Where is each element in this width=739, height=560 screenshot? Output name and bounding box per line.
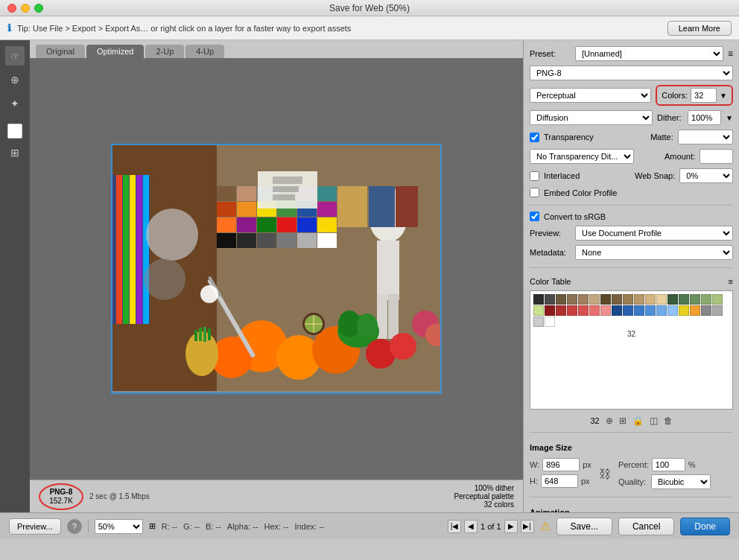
color-swatch[interactable] <box>600 305 611 316</box>
save-button[interactable]: Save... <box>556 518 612 535</box>
page-prev[interactable]: ◀ <box>464 520 478 533</box>
svg-rect-6 <box>136 175 142 324</box>
transp-dither-select[interactable]: No Transparency Dit... <box>530 149 634 164</box>
color-swatch[interactable] <box>645 305 656 316</box>
color-swatch[interactable] <box>589 294 600 305</box>
preview-button[interactable]: Preview... <box>9 518 61 535</box>
page-first[interactable]: |◀ <box>448 520 461 533</box>
preset-select[interactable]: [Unnamed] <box>575 46 723 61</box>
color-swatch[interactable] <box>545 305 555 316</box>
color-swatch[interactable] <box>623 305 633 316</box>
color-swatch[interactable] <box>567 305 577 316</box>
amount-input[interactable] <box>700 149 733 164</box>
color-swatch[interactable] <box>690 294 700 305</box>
color-swatch[interactable] <box>712 305 723 316</box>
preset-menu-icon[interactable]: ≡ <box>728 48 733 59</box>
color-swatch[interactable] <box>612 294 622 305</box>
preview-label: Preview: <box>530 229 571 238</box>
tab-optimized[interactable]: Optimized <box>86 45 145 58</box>
divider-1 <box>530 205 733 206</box>
color-swatch[interactable] <box>634 305 644 316</box>
transparency-row: Transparency Matte: <box>530 130 733 144</box>
dither-arrow[interactable]: ▼ <box>726 114 733 122</box>
dither-input[interactable] <box>688 110 721 125</box>
color-swatch[interactable] <box>701 294 711 305</box>
height-input[interactable] <box>541 474 578 488</box>
delete-swatch-icon[interactable]: 🗑 <box>664 416 673 426</box>
height-px: px <box>581 477 590 486</box>
color-swatch[interactable] <box>578 294 589 305</box>
percent-input[interactable] <box>652 458 685 471</box>
lock-swatch-icon[interactable]: 🔒 <box>632 416 644 426</box>
cancel-button[interactable]: Cancel <box>618 518 674 535</box>
metadata-select[interactable]: None <box>575 245 733 260</box>
color-swatch[interactable] <box>690 305 700 316</box>
zoom-tool[interactable]: ⊕ <box>5 70 25 89</box>
color-swatch[interactable] <box>589 305 600 316</box>
page-last[interactable]: ▶| <box>521 520 534 533</box>
zoom-select[interactable]: 50% 25% 100% <box>95 519 143 534</box>
move-tool[interactable]: ☞ <box>5 46 25 66</box>
tab-original[interactable]: Original <box>36 45 85 58</box>
color-swatch[interactable] <box>634 294 644 305</box>
map-swatch-icon[interactable]: ◫ <box>650 416 658 426</box>
page-next[interactable]: ▶ <box>504 520 518 533</box>
embed-color-label: Embed Color Profile <box>544 188 617 197</box>
color-swatch[interactable] <box>656 305 667 316</box>
color-swatch[interactable] <box>545 316 555 327</box>
browser-preview[interactable]: ⊞ <box>5 143 25 162</box>
color-swatch[interactable] <box>656 294 667 305</box>
preview-select[interactable]: Use Document Profile <box>575 226 733 241</box>
done-button[interactable]: Done <box>680 518 730 535</box>
new-swatch-icon[interactable]: ⊕ <box>606 416 613 426</box>
help-button[interactable]: ? <box>67 519 82 534</box>
convert-srgb-checkbox[interactable] <box>530 211 539 221</box>
colors-arrow[interactable]: ▼ <box>720 92 727 100</box>
svg-rect-21 <box>317 202 337 217</box>
colors-input[interactable] <box>691 88 717 103</box>
maximize-button[interactable] <box>34 4 43 13</box>
duplicate-swatch-icon[interactable]: ⊞ <box>619 416 627 426</box>
color-swatch[interactable] <box>556 294 566 305</box>
embed-color-checkbox[interactable] <box>530 188 539 197</box>
color-swatch[interactable] <box>679 294 689 305</box>
color-swatch[interactable] <box>600 294 611 305</box>
pagination: |◀ ◀ 1 of 1 ▶ ▶| <box>448 520 534 533</box>
transparency-checkbox[interactable] <box>530 133 539 142</box>
color-swatch[interactable] <box>578 305 589 316</box>
color-swatch[interactable] <box>533 316 544 327</box>
color-swatch[interactable] <box>533 305 544 316</box>
eyedropper-tool[interactable]: ✦ <box>5 94 25 113</box>
minimize-button[interactable] <box>21 4 30 13</box>
color-swatch[interactable] <box>567 294 577 305</box>
tab-4up[interactable]: 4-Up <box>185 45 224 58</box>
color-swatch[interactable] <box>667 294 678 305</box>
color-swatch[interactable] <box>701 305 711 316</box>
color-swatch[interactable] <box>612 305 622 316</box>
close-button[interactable] <box>7 4 16 13</box>
width-label: W: <box>530 460 539 469</box>
format-select[interactable]: PNG-8 <box>530 66 733 80</box>
color-swatch[interactable] <box>556 305 566 316</box>
palette-select[interactable]: Perceptual <box>530 88 651 103</box>
matte-select[interactable] <box>678 130 733 144</box>
foreground-color[interactable] <box>7 124 22 139</box>
color-swatch[interactable] <box>667 305 678 316</box>
quality-select[interactable]: Bicubic <box>651 474 711 489</box>
color-swatch[interactable] <box>533 294 544 305</box>
color-swatch[interactable] <box>545 294 555 305</box>
color-swatch[interactable] <box>712 294 723 305</box>
learn-more-button[interactable]: Learn More <box>667 21 732 36</box>
color-swatch[interactable] <box>679 305 689 316</box>
width-input[interactable] <box>542 458 580 471</box>
dither-select[interactable]: Diffusion <box>530 110 653 125</box>
r-label: R: -- <box>162 522 177 531</box>
websnap-select[interactable]: 0% <box>679 168 733 183</box>
svg-rect-49 <box>194 330 197 341</box>
interlaced-checkbox[interactable] <box>530 171 539 181</box>
tab-2up[interactable]: 2-Up <box>145 45 184 58</box>
color-swatch[interactable] <box>645 294 656 305</box>
color-swatch[interactable] <box>623 294 633 305</box>
color-table-menu-icon[interactable]: ≡ <box>729 277 733 286</box>
link-icon[interactable]: ⛓ <box>599 468 611 481</box>
